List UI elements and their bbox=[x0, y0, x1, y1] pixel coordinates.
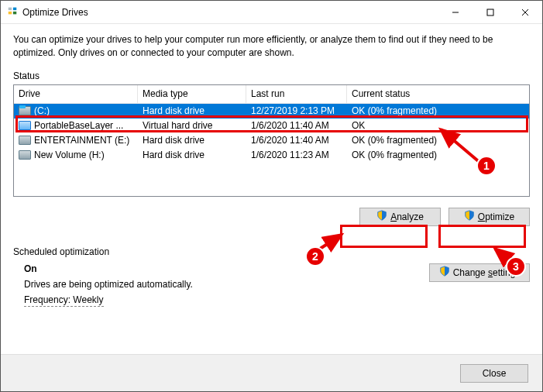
drive-status: OK (0% fragmented) bbox=[347, 135, 529, 146]
col-media[interactable]: Media type bbox=[138, 85, 246, 103]
drive-media: Hard disk drive bbox=[138, 105, 246, 116]
scheduled-frequency: Frequency: Weekly bbox=[24, 294, 104, 307]
drive-name: PortableBaseLayer ... bbox=[34, 120, 123, 131]
shield-icon bbox=[464, 210, 475, 223]
change-settings-button[interactable]: Change settings bbox=[429, 263, 530, 282]
drive-icon bbox=[19, 121, 31, 130]
status-section-label: Status bbox=[13, 70, 530, 81]
drive-name: (C:) bbox=[34, 105, 50, 116]
minimize-button[interactable] bbox=[438, 1, 473, 24]
table-header: Drive Media type Last run Current status bbox=[14, 85, 529, 104]
scheduled-message: Drives are being optimized automatically… bbox=[24, 279, 429, 290]
drive-status: OK (0% fragmented) bbox=[347, 150, 529, 160]
shield-icon bbox=[439, 266, 450, 279]
drives-table: Drive Media type Last run Current status… bbox=[13, 84, 530, 197]
drive-status: OK (0% fragmented) bbox=[347, 105, 529, 116]
close-button[interactable] bbox=[507, 1, 542, 24]
optimize-button[interactable]: Optimize bbox=[448, 208, 530, 226]
drive-lastrun: 1/6/2020 11:40 AM bbox=[246, 135, 347, 146]
drive-icon bbox=[19, 136, 31, 145]
svg-rect-2 bbox=[9, 12, 12, 15]
svg-rect-1 bbox=[13, 8, 16, 11]
drive-lastrun: 1/6/2020 11:23 AM bbox=[246, 150, 347, 160]
scheduled-info: On Drives are being optimized automatica… bbox=[13, 263, 429, 305]
svg-rect-5 bbox=[487, 9, 493, 15]
drive-status: OK bbox=[347, 120, 529, 131]
drive-name: ENTERTAINMENT (E:) bbox=[34, 135, 129, 146]
shield-icon bbox=[376, 210, 387, 223]
drive-media: Hard disk drive bbox=[138, 150, 246, 160]
drive-media: Hard disk drive bbox=[138, 135, 246, 146]
svg-rect-3 bbox=[13, 12, 16, 15]
app-icon bbox=[7, 5, 18, 19]
scheduled-state: On bbox=[24, 263, 429, 274]
bottom-bar: Close bbox=[1, 354, 542, 391]
col-lastrun[interactable]: Last run bbox=[246, 85, 347, 103]
table-row[interactable]: New Volume (H:)Hard disk drive1/6/2020 1… bbox=[14, 148, 529, 163]
table-row[interactable]: PortableBaseLayer ...Virtual hard drive1… bbox=[14, 119, 529, 133]
drive-icon bbox=[19, 150, 31, 160]
window-title: Optimize Drives bbox=[22, 7, 88, 18]
table-row[interactable]: ENTERTAINMENT (E:)Hard disk drive1/6/202… bbox=[14, 133, 529, 148]
drive-icon bbox=[19, 106, 31, 115]
drive-name: New Volume (H:) bbox=[34, 150, 105, 160]
drive-media: Virtual hard drive bbox=[138, 120, 246, 131]
col-drive[interactable]: Drive bbox=[14, 85, 138, 103]
close-button-bottom[interactable]: Close bbox=[460, 364, 528, 383]
table-row[interactable]: (C:)Hard disk drive12/27/2019 2:13 PMOK … bbox=[14, 104, 529, 119]
scheduled-label: Scheduled optimization bbox=[13, 246, 530, 257]
drive-lastrun: 12/27/2019 2:13 PM bbox=[246, 105, 347, 116]
title-bar: Optimize Drives bbox=[1, 1, 542, 24]
maximize-button[interactable] bbox=[473, 1, 507, 24]
description-text: You can optimize your drives to help you… bbox=[13, 33, 530, 60]
svg-rect-0 bbox=[9, 8, 12, 11]
analyze-button[interactable]: Analyze bbox=[359, 208, 441, 226]
col-status[interactable]: Current status bbox=[347, 85, 529, 103]
drive-lastrun: 1/6/2020 11:40 AM bbox=[246, 120, 347, 131]
